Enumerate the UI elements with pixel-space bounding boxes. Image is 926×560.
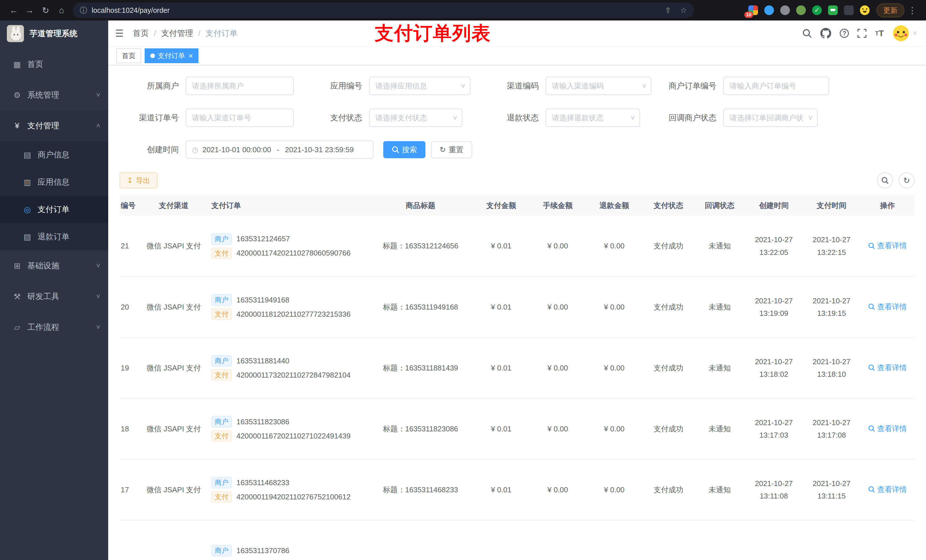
tools-icon: ⚒: [12, 292, 22, 301]
sidebar-item-pay-order[interactable]: ◎ 支付订单: [0, 196, 108, 223]
share-icon[interactable]: ⇧: [665, 6, 671, 15]
content-area: 所属商户 应用编号 请选择应用信息 ˅ 渠道编码 请输入渠道编码: [108, 65, 926, 560]
channel-order-no-input[interactable]: [186, 109, 294, 127]
table-header-row: 编号 支付渠道 支付订单 商品标题 支付金额 手续金额 退款金额 支付状态 回调…: [120, 195, 915, 216]
sidebar-item-refund-order[interactable]: ▨ 退款订单: [0, 223, 108, 251]
close-icon[interactable]: ×: [189, 52, 193, 59]
sidebar-item-home[interactable]: ▦ 首页: [0, 49, 108, 80]
merchant-order-no: 1635311881440: [236, 356, 289, 365]
dashboard-icon: ▦: [12, 60, 22, 69]
notify-status: 未通知: [694, 398, 745, 459]
browser-home-icon[interactable]: ⌂: [53, 5, 70, 15]
view-detail-link[interactable]: 查看详情: [868, 485, 907, 495]
browser-profile-avatar[interactable]: [860, 5, 870, 15]
extension-blue-icon[interactable]: [764, 5, 774, 15]
pay-amount: ¥ 0.01: [473, 216, 530, 276]
chevron-down-icon: ˅: [453, 113, 457, 122]
breadcrumb-home[interactable]: 首页: [133, 28, 149, 39]
chevron-down-icon: ˅: [96, 262, 100, 270]
fullscreen-icon[interactable]: [857, 29, 867, 38]
back-icon[interactable]: ←: [6, 5, 22, 15]
create-time-range-picker[interactable]: ◷ 2021-10-01 00:00:00 - 2021-10-31 23:59…: [186, 140, 374, 159]
pay-status-filter-select[interactable]: 请选择支付状态 ˅: [369, 109, 462, 127]
create-time: 2021-10-2713:22:05: [745, 216, 803, 276]
view-detail-link[interactable]: 查看详情: [868, 363, 907, 373]
extension-dark-icon[interactable]: [844, 5, 854, 15]
chevron-down-icon: ˅: [642, 82, 646, 91]
fee-amount: ¥ 0.00: [530, 398, 586, 459]
export-button[interactable]: ↧ 导出: [120, 172, 157, 189]
extension-chat-icon[interactable]: [828, 5, 838, 15]
search-icon[interactable]: [802, 29, 812, 38]
product-title: 标题：1635311949168: [368, 276, 473, 338]
sidebar-item-merchant-info[interactable]: ▤ 商户信息: [0, 141, 108, 169]
clock-icon: ◷: [192, 145, 198, 154]
sidebar-item-workflow[interactable]: ▱ 工作流程 ˅: [0, 312, 108, 343]
channel-code-filter-select[interactable]: 请输入渠道编码 ˅: [546, 77, 652, 95]
col-pay-time: 支付时间: [803, 195, 861, 216]
active-tab-dot: [150, 53, 155, 58]
github-icon[interactable]: [820, 28, 831, 39]
order-id: 17: [120, 459, 139, 520]
breadcrumb-payment[interactable]: 支付管理: [161, 28, 193, 39]
filter-label-merchant-order-no: 商户订单编号: [652, 80, 723, 91]
col-channel: 支付渠道: [139, 195, 208, 216]
pay-time: 2021-10-2713:17:08: [803, 398, 861, 459]
forward-icon[interactable]: →: [22, 5, 38, 15]
pay-channel: 微信 JSAPI 支付: [139, 459, 208, 520]
chevron-down-icon: ˅: [808, 113, 813, 122]
sidebar-item-label: 首页: [27, 59, 43, 70]
sidebar-item-devtools[interactable]: ⚒ 研发工具 ˅: [0, 281, 108, 312]
sidebar-item-system[interactable]: ⚙ 系统管理 ˅: [0, 80, 108, 110]
header-actions: ? TT ˅: [802, 25, 917, 42]
app-logo[interactable]: 芋道管理系统: [0, 21, 108, 47]
date-start-value: 2021-10-01 00:00:00: [203, 145, 271, 154]
help-icon[interactable]: ?: [840, 29, 849, 38]
notify-status-filter-select[interactable]: 请选择订单回调商户状态 ˅: [723, 109, 818, 127]
sidebar-item-app-info[interactable]: ▥ 应用信息: [0, 169, 108, 196]
app-filter-select[interactable]: 请选择应用信息 ˅: [369, 77, 471, 95]
toggle-search-button[interactable]: [877, 172, 893, 189]
refresh-table-button[interactable]: ↻: [899, 172, 915, 189]
channel-badge: 支付: [211, 430, 232, 442]
merchant-badge: 商户: [211, 355, 232, 367]
reload-icon[interactable]: ↻: [38, 5, 53, 15]
merchant-order-no-input-field[interactable]: [729, 82, 823, 91]
product-title: 标题：1635311881439: [368, 338, 473, 398]
view-detail-link[interactable]: 查看详情: [868, 241, 907, 251]
sidebar-item-payment[interactable]: ¥ 支付管理 ˄: [0, 110, 108, 141]
bookmark-star-icon[interactable]: ☆: [680, 6, 687, 15]
view-detail-link[interactable]: 查看详情: [868, 424, 907, 434]
yen-icon: ¥: [12, 121, 22, 130]
chevron-up-icon: ˄: [96, 122, 100, 130]
channel-order-no-input-field[interactable]: [192, 113, 287, 122]
extension-multicolor-icon[interactable]: 10: [748, 5, 758, 15]
browser-update-button[interactable]: 更新: [876, 3, 904, 17]
breadcrumb-current: 支付订单: [206, 28, 238, 39]
site-info-icon[interactable]: ⓘ: [80, 5, 87, 15]
sidebar-item-infra[interactable]: ⊞ 基础设施 ˅: [0, 251, 108, 281]
text-size-icon[interactable]: TT: [875, 29, 884, 38]
user-avatar[interactable]: ˅: [893, 25, 917, 42]
sidebar-item-label: 支付订单: [38, 204, 70, 215]
browser-menu-icon[interactable]: ⋮: [904, 5, 920, 15]
pay-status: 支付成功: [642, 459, 694, 520]
extension-check-icon[interactable]: ✓: [812, 5, 822, 15]
merchant-order-no-input[interactable]: [723, 77, 829, 95]
tab-home[interactable]: 首页: [116, 48, 141, 63]
breadcrumb: 首页 / 支付管理 / 支付订单: [133, 28, 238, 39]
address-bar[interactable]: ⓘ localhost:1024/pay/order ⇧ ☆: [73, 3, 694, 18]
refund-status-filter-select[interactable]: 请选择退款状态 ˅: [546, 109, 640, 127]
reset-button[interactable]: ↻ 重置: [431, 141, 472, 158]
extension-olive-icon[interactable]: [796, 5, 806, 15]
pay-amount: ¥ 0.01: [473, 338, 530, 398]
caret-down-icon: ˅: [913, 29, 917, 37]
merchant-filter-input-field[interactable]: [192, 82, 287, 91]
search-button[interactable]: 搜索: [383, 141, 425, 158]
col-id: 编号: [120, 195, 139, 216]
tab-pay-order[interactable]: 支付订单 ×: [145, 48, 198, 63]
hamburger-icon[interactable]: ☰: [115, 27, 124, 39]
view-detail-link[interactable]: 查看详情: [868, 302, 907, 312]
merchant-filter-input[interactable]: [186, 77, 294, 95]
extension-gray-icon[interactable]: [780, 5, 790, 15]
